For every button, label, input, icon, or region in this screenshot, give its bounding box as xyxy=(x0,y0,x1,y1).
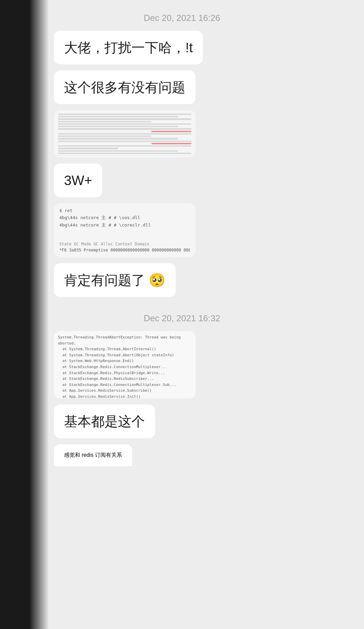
message-2-text: 这个很多有没有问题 xyxy=(64,80,185,95)
gc-log-image: $ ret 4bg\44s netcore 主 # # \sos.dll 4bg… xyxy=(54,203,195,257)
message-1: 大佬，打扰一下哈，!t xyxy=(54,31,203,64)
message-7-screenshot[interactable]: System.Threading.ThreadAbortException: T… xyxy=(54,331,195,398)
code-line-red xyxy=(151,143,191,144)
message-8-text: 基本都是这个 xyxy=(64,414,145,429)
code-line xyxy=(58,126,178,127)
message-4: 3W+ xyxy=(54,163,102,197)
code-line xyxy=(58,136,151,137)
code-line xyxy=(58,123,191,125)
code-line xyxy=(58,118,191,120)
code-line xyxy=(58,148,118,149)
message-2: 这个很多有没有问题 xyxy=(54,70,195,104)
message-3-screenshot[interactable] xyxy=(54,110,195,157)
messages-area-2: System.Threading.ThreadAbortException: T… xyxy=(0,331,364,466)
log-line-1: $ ret xyxy=(59,208,190,213)
thread-dump-image xyxy=(54,110,195,157)
code-line xyxy=(58,116,178,117)
messages-area: 大佬，打扰一下哈，!t 这个很多有没有问题 xyxy=(0,31,364,303)
message-6-text: 肯定有问题了 🥺 xyxy=(64,273,165,288)
log-line-spacer xyxy=(59,230,190,240)
timestamp-first: Dec 20, 2021 16:26 xyxy=(0,13,364,23)
log-line-3: 4bg\44s netcore 主 # # \coreclr.dll xyxy=(59,222,190,228)
log-line-4: State GC Mode GC Alloc Context Domain xyxy=(59,242,190,246)
code-line xyxy=(58,145,191,147)
message-1-text: 大佬，打扰一下哈，!t xyxy=(64,40,193,55)
code-line xyxy=(58,153,191,154)
message-8: 基本都是这个 xyxy=(54,405,155,438)
code-line xyxy=(58,121,151,122)
log-line-5: *F6 3a035 Preemptive 0000000000000000 00… xyxy=(59,248,190,252)
thread-dump-lines xyxy=(54,110,195,157)
timestamp-second: Dec 20, 2021 16:32 xyxy=(0,313,364,324)
message-4-text: 3W+ xyxy=(64,173,92,188)
code-line xyxy=(58,141,191,142)
stack-trace-image: System.Threading.ThreadAbortException: T… xyxy=(54,331,195,398)
message-5-screenshot[interactable]: $ ret 4bg\44s netcore 主 # # \sos.dll 4bg… xyxy=(54,203,195,257)
log-block-content: System.Threading.ThreadAbortException: T… xyxy=(58,334,191,398)
code-line xyxy=(58,150,178,152)
stack-trace-lines: System.Threading.ThreadAbortException: T… xyxy=(58,334,191,398)
code-line-red xyxy=(151,131,191,132)
code-line xyxy=(58,133,191,134)
message-9: 感觉和 redis 订阅有关系 xyxy=(54,444,132,466)
code-line xyxy=(58,138,178,139)
log-line-2: 4bg\44s netcore 主 # # \sos.dll xyxy=(59,215,190,221)
code-line xyxy=(58,114,191,115)
code-line xyxy=(58,128,191,129)
chat-container: Dec 20, 2021 16:26 大佬，打扰一下哈，!t 这个很多有没有问题 xyxy=(0,0,364,629)
message-6: 肯定有问题了 🥺 xyxy=(54,263,176,297)
message-9-text: 感觉和 redis 订阅有关系 xyxy=(64,452,122,458)
